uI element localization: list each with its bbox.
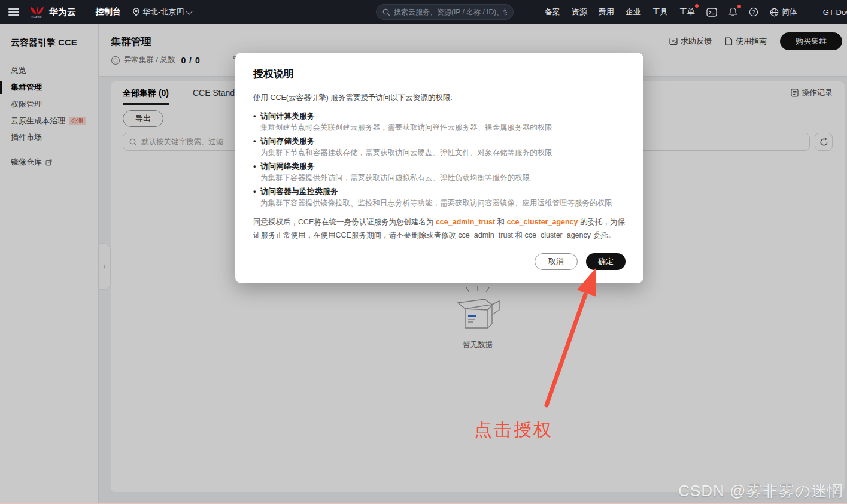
permission-desc: 为集群下节点和容器挂载存储，需要获取访问云硬盘、弹性文件、对象存储等服务的权限 <box>253 147 626 159</box>
modal-title: 授权说明 <box>253 67 626 81</box>
global-search-input[interactable] <box>394 8 507 16</box>
location-pin-icon <box>133 8 139 16</box>
confirm-button[interactable]: 确定 <box>586 253 626 270</box>
language-label: 简体 <box>782 7 797 17</box>
topbar-divider <box>810 7 810 17</box>
console-link[interactable]: 控制台 <box>96 7 121 17</box>
region-label: 华北-北京四 <box>142 7 184 17</box>
annotation-label: 点击授权 <box>474 418 553 442</box>
agency-name-highlight: cce_cluster_agency <box>507 218 578 226</box>
authorization-modal: 授权说明 使用 CCE(云容器引擎) 服务需要授予访问以下云资源的权限: 访问计… <box>235 53 643 283</box>
language-selector[interactable]: 简体 <box>770 7 797 17</box>
nav-tools[interactable]: 工具 <box>652 7 668 17</box>
global-search[interactable] <box>376 4 514 20</box>
permission-item: 访问存储类服务 为集群下节点和容器挂载存储，需要获取访问云硬盘、弹性文件、对象存… <box>253 135 626 159</box>
permission-desc: 集群创建节点时会关联创建云服务器，需要获取访问弹性云服务器、裸金属服务器的权限 <box>253 122 626 133</box>
cli-terminal-icon[interactable] <box>706 8 717 17</box>
permission-title: 访问容器与监控类服务 <box>253 186 626 198</box>
permission-desc: 为集群下容器提供镜像拉取、监控和日志分析等功能，需要获取访问容器镜像、应用运维管… <box>253 198 626 209</box>
help-icon[interactable]: ? <box>749 7 758 17</box>
permission-title: 访问网络类服务 <box>253 160 626 172</box>
nav-enterprise[interactable]: 企业 <box>626 7 641 17</box>
permission-item: 访问容器与监控类服务 为集群下容器提供镜像拉取、监控和日志分析等功能，需要获取访… <box>253 186 626 209</box>
huawei-logo[interactable]: HUAWEI <box>30 6 44 19</box>
permission-item: 访问计算类服务 集群创建节点时会关联创建云服务器，需要获取访问弹性云服务器、裸金… <box>253 110 626 133</box>
permission-list: 访问计算类服务 集群创建节点时会关联创建云服务器，需要获取访问弹性云服务器、裸金… <box>253 110 626 209</box>
huawei-logo-text: HUAWEI <box>32 16 43 19</box>
ticket-notification-dot <box>695 4 699 8</box>
chevron-down-icon <box>186 8 193 14</box>
permission-title: 访问计算类服务 <box>253 110 626 122</box>
svg-text:?: ? <box>752 9 755 15</box>
nav-beian[interactable]: 备案 <box>545 7 560 17</box>
region-selector[interactable]: 华北-北京四 <box>133 7 192 17</box>
notification-bell-icon[interactable] <box>728 7 737 17</box>
permission-title: 访问存储类服务 <box>253 135 626 147</box>
huawei-logo-icon <box>30 6 44 15</box>
agency-note: 同意授权后，CCE将在统一身份认证服务为您创建名为 cce_admin_trus… <box>253 216 626 242</box>
search-icon <box>382 8 390 16</box>
note-text: 同意授权后，CCE将在统一身份认证服务为您创建名为 <box>253 218 436 226</box>
username[interactable]: GT-Dovis <box>823 8 847 17</box>
modal-intro: 使用 CCE(云容器引擎) 服务需要授予访问以下云资源的权限: <box>253 93 626 103</box>
permission-desc: 为集群下容器提供外访问，需要获取访问虚拟私有云、弹性负载均衡等服务的权限 <box>253 172 626 184</box>
watermark: CSDN @雾非雾の迷惘 <box>678 481 843 502</box>
bell-notification-dot <box>737 5 741 8</box>
page: HUAWEI 华为云 控制台 华北-北京四 备案 资源 <box>0 0 847 504</box>
agency-name-highlight: cce_admin_trust <box>436 218 495 226</box>
nav-resources[interactable]: 资源 <box>572 7 587 17</box>
topbar-divider <box>86 7 86 17</box>
menu-icon[interactable] <box>8 8 19 16</box>
cancel-button[interactable]: 取消 <box>535 253 578 270</box>
note-text: 和 <box>495 218 506 226</box>
topbar: HUAWEI 华为云 控制台 华北-北京四 备案 资源 <box>0 0 847 24</box>
globe-icon <box>770 8 779 17</box>
nav-billing[interactable]: 费用 <box>599 7 614 17</box>
nav-tickets[interactable]: 工单 <box>679 7 695 17</box>
brand-name: 华为云 <box>49 7 76 18</box>
permission-item: 访问网络类服务 为集群下容器提供外访问，需要获取访问虚拟私有云、弹性负载均衡等服… <box>253 160 626 184</box>
